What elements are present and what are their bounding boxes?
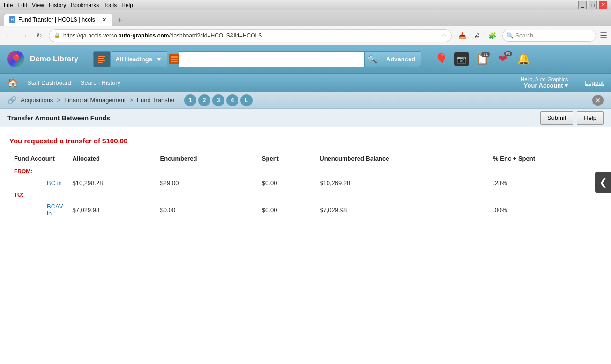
menu-file[interactable]: File [4, 2, 13, 8]
transfer-message: You requested a transfer of $100.00 [9, 137, 602, 145]
back-arrow-button[interactable]: ❮ [595, 172, 611, 193]
pocket-icon[interactable]: 📥 [455, 29, 469, 42]
breadcrumb-icon: 🔗 [7, 96, 17, 104]
col-unencumbered: Unencumbered Balance [315, 152, 488, 165]
svg-rect-2 [98, 60, 105, 61]
to-label: TO: [14, 192, 23, 198]
from-label: FROM: [14, 168, 32, 175]
step-1[interactable]: 1 [184, 94, 196, 106]
account-link[interactable]: Your Account ▾ [521, 82, 568, 89]
browser-menu[interactable]: File Edit View History Bookmarks Tools H… [4, 2, 133, 8]
from-label-cell: FROM: [9, 165, 67, 178]
url-text: https://qa-hcols-verso.auto-graphics.com… [63, 32, 439, 39]
extension-icon[interactable]: 🧩 [485, 29, 499, 42]
library-name: Demo Library [30, 55, 78, 63]
col-pct: % Enc + Spent [488, 152, 602, 165]
step-l[interactable]: L [240, 94, 253, 106]
menu-view[interactable]: View [32, 2, 44, 8]
library-icon[interactable] [93, 51, 110, 67]
from-fund-link[interactable]: BC in [47, 179, 62, 186]
favorites-icon-button[interactable]: ❤ F9 [494, 51, 511, 67]
table-row: FROM: [9, 165, 602, 178]
menu-edit[interactable]: Edit [17, 2, 27, 8]
active-tab[interactable]: H Fund Transfer | HCOLS | hcols | ✕ [4, 14, 112, 26]
to-pct: .00% [488, 201, 602, 219]
table-row: TO: [9, 189, 602, 201]
search-button[interactable]: 🔍 [365, 51, 380, 67]
to-encumbered: $0.00 [156, 201, 257, 219]
camera-icon-button[interactable]: 📷 [453, 51, 470, 67]
refresh-button[interactable]: ↻ [34, 30, 45, 41]
minimize-button[interactable]: _ [578, 1, 587, 9]
back-button[interactable]: ← [4, 30, 15, 41]
notifications-icon-button[interactable]: 🔔 [515, 51, 532, 67]
page-actions: Submit Help [540, 111, 604, 125]
camera-icon: 📷 [457, 55, 466, 64]
address-bar[interactable]: 🔒 https://qa-hcols-verso.auto-graphics.c… [49, 29, 452, 42]
home-icon[interactable]: 🏠 [7, 78, 18, 88]
url-domain: auto-graphics.com [119, 32, 169, 39]
browser-addressbar: ← → ↻ 🔒 https://qa-hcols-verso.auto-grap… [0, 26, 611, 45]
from-pct: .28% [488, 177, 602, 189]
app-nav: 🏠 Staff Dashboard Search History Hello, … [0, 73, 611, 92]
search-input-wrapper[interactable] [179, 51, 365, 67]
staff-dashboard-link[interactable]: Staff Dashboard [27, 79, 71, 86]
search-section: All Headings ▼ 🔍 Advanced [93, 51, 421, 67]
advanced-button[interactable]: Advanced [380, 51, 421, 67]
headings-dropdown[interactable]: All Headings ▼ [110, 51, 167, 67]
step-2[interactable]: 2 [198, 94, 210, 106]
forward-button[interactable]: → [19, 30, 30, 41]
breadcrumb-financial[interactable]: Financial Management [64, 97, 126, 104]
breadcrumb-bar: 🔗 Acquisitions > Financial Management > … [0, 92, 611, 109]
list-badge: 11 [481, 52, 490, 57]
list-icon-button[interactable]: 📋 11 [474, 51, 491, 67]
balloon-icon: 🎈 [435, 53, 447, 65]
menu-help[interactable]: Help [121, 2, 133, 8]
breadcrumb-close-button[interactable]: ✕ [592, 95, 604, 106]
search-input[interactable] [183, 56, 360, 63]
svg-rect-3 [98, 62, 103, 63]
help-button[interactable]: Help [577, 111, 604, 125]
user-info: Hello, Auto-Graphics Your Account ▾ [521, 76, 568, 89]
svg-rect-0 [98, 56, 105, 57]
menu-bookmarks[interactable]: Bookmarks [71, 2, 99, 8]
table-header-row: Fund Account Allocated Encumbered Spent … [9, 152, 602, 165]
header-icons: 🎈 📷 📋 11 ❤ F9 🔔 [432, 51, 532, 67]
to-spent: $0.00 [257, 201, 315, 219]
to-unencumbered: $7,029.98 [315, 201, 488, 219]
new-tab-button[interactable]: + [114, 15, 126, 26]
headings-label: All Headings [115, 56, 152, 63]
search-icon: 🔍 [507, 32, 514, 39]
tab-close-button[interactable]: ✕ [101, 16, 107, 23]
breadcrumb-fund-transfer[interactable]: Fund Transfer [137, 97, 175, 104]
menu-tools[interactable]: Tools [104, 2, 117, 8]
breadcrumb-acquisitions[interactable]: Acquisitions [21, 97, 53, 104]
database-icon[interactable] [169, 54, 179, 64]
advanced-label: Advanced [386, 56, 415, 63]
account-chevron-icon: ▾ [565, 82, 568, 89]
submit-button[interactable]: Submit [540, 111, 573, 125]
close-button[interactable]: ✕ [599, 1, 607, 9]
menu-history[interactable]: History [49, 2, 66, 8]
url-path: /dashboard?cid=HCOLS&lid=HCOLS [169, 32, 262, 39]
menu-icon[interactable]: ☰ [600, 30, 607, 41]
page-title-bar: Transfer Amount Between Funds Submit Hel… [0, 109, 611, 127]
bookmark-star-icon[interactable]: ☆ [441, 32, 447, 39]
svg-rect-1 [98, 58, 104, 59]
balloon-icon-button[interactable]: 🎈 [432, 51, 449, 67]
browser-search-box[interactable]: 🔍 Search [502, 30, 596, 42]
logout-button[interactable]: Logout [585, 79, 604, 86]
print-icon[interactable]: 🖨 [470, 29, 484, 42]
from-allocated: $10,298.28 [67, 177, 155, 189]
window-controls[interactable]: _ □ ✕ [578, 1, 607, 9]
step-4[interactable]: 4 [226, 94, 238, 106]
to-row: BCAV in $7,029.98 $0.00 $0.00 $7,029.98 … [9, 201, 602, 219]
step-3[interactable]: 3 [212, 94, 224, 106]
restore-button[interactable]: □ [589, 1, 597, 9]
search-placeholder: Search [515, 32, 533, 39]
dropdown-chevron-icon: ▼ [156, 56, 162, 63]
account-label: Your Account [524, 82, 563, 89]
search-history-link[interactable]: Search History [81, 79, 120, 86]
to-fund-link[interactable]: BCAV in [47, 203, 63, 217]
browser-tools: 📥 🖨 🧩 [455, 29, 499, 42]
